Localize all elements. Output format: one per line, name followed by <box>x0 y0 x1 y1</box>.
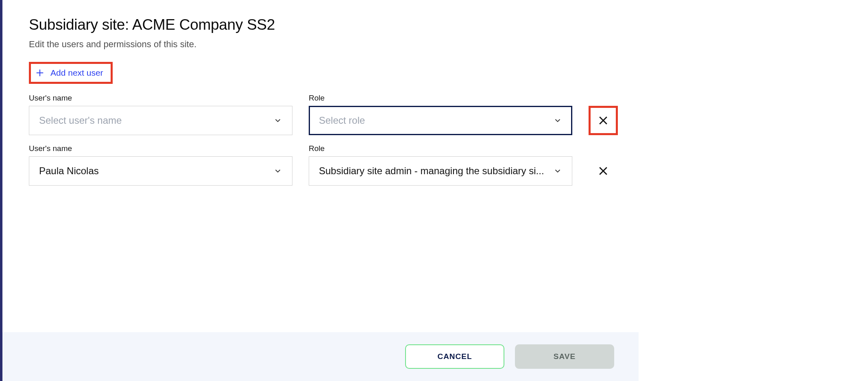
dialog-content: Subsidiary site: ACME Company SS2 Edit t… <box>2 0 639 332</box>
role-field: Role Subsidiary site admin - managing th… <box>309 144 572 186</box>
user-name-label: User's name <box>29 144 292 153</box>
chevron-down-icon <box>273 116 282 125</box>
user-name-select-value: Paula Nicolas <box>39 165 267 177</box>
remove-col <box>589 156 618 186</box>
user-name-select[interactable]: Paula Nicolas <box>29 156 292 186</box>
plus-icon <box>35 68 45 78</box>
role-label: Role <box>309 94 572 103</box>
page-subtitle: Edit the users and permissions of this s… <box>29 39 612 50</box>
role-select-value: Subsidiary site admin - managing the sub… <box>319 165 547 177</box>
user-rows: User's name Select user's name Role Sele… <box>29 94 612 186</box>
role-select-value: Select role <box>319 115 547 126</box>
page-title: Subsidiary site: ACME Company SS2 <box>29 16 612 33</box>
role-select[interactable]: Subsidiary site admin - managing the sub… <box>309 156 572 186</box>
role-select[interactable]: Select role <box>309 106 572 135</box>
user-name-label: User's name <box>29 94 292 103</box>
chevron-down-icon <box>553 166 562 175</box>
close-icon <box>597 114 609 127</box>
chevron-down-icon <box>273 166 282 175</box>
role-label: Role <box>309 144 572 153</box>
dialog-footer: CANCEL SAVE <box>2 332 639 381</box>
remove-col <box>589 106 618 135</box>
remove-row-button[interactable] <box>589 106 618 135</box>
add-next-user-button[interactable]: Add next user <box>29 62 113 84</box>
role-field: Role Select role <box>309 94 572 135</box>
user-name-field: User's name Select user's name <box>29 94 292 135</box>
user-row: User's name Select user's name Role Sele… <box>29 94 612 135</box>
chevron-down-icon <box>553 116 562 125</box>
user-name-field: User's name Paula Nicolas <box>29 144 292 186</box>
remove-row-button[interactable] <box>592 160 615 182</box>
user-name-select[interactable]: Select user's name <box>29 106 292 135</box>
add-next-user-label: Add next user <box>50 68 103 78</box>
cancel-button[interactable]: CANCEL <box>405 344 504 369</box>
user-name-select-value: Select user's name <box>39 115 267 126</box>
save-button[interactable]: SAVE <box>515 344 614 369</box>
user-row: User's name Paula Nicolas Role Subsidiar… <box>29 144 612 186</box>
close-icon <box>597 165 609 177</box>
